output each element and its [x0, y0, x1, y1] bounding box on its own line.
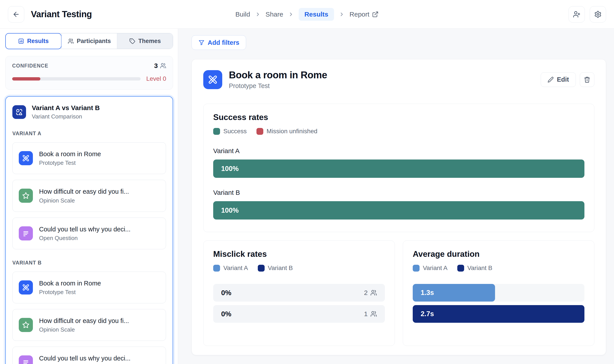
misclick-rates-panel: Misclick rates Variant A Variant B: [203, 240, 395, 346]
results-block-card: Book a room in Rome Prototype Test Edit …: [192, 59, 606, 355]
add-filters-button[interactable]: Add filters: [192, 35, 246, 50]
variant-a-success-track: 100%: [213, 159, 584, 178]
back-button[interactable]: [8, 6, 24, 23]
confidence-level: Level 0: [146, 75, 166, 82]
task-subtitle: Open Question: [39, 235, 131, 242]
user-plus-icon: [573, 11, 580, 18]
people-icon: [370, 289, 377, 296]
success-legend: Success Mission unfinished: [213, 128, 584, 135]
variant-b-success-bar: 100%: [213, 201, 584, 220]
average-duration-title: Average duration: [413, 249, 584, 259]
variant-b-duration-track: 2.7s: [413, 305, 584, 323]
misclick-row-variant-a: 0% 2: [213, 284, 385, 301]
variant-b-bar-label: Variant B: [213, 189, 584, 196]
confidence-count: 3: [154, 62, 158, 69]
confidence-card: CONFIDENCE 3 Level 0: [5, 56, 173, 90]
task-subtitle: Opinion Scale: [39, 326, 129, 333]
confidence-progress-fill: [12, 77, 40, 80]
misclick-legend: Variant A Variant B: [213, 264, 385, 272]
top-bar: Variant Testing Build Share Results Repo…: [0, 0, 614, 29]
tag-icon: [129, 38, 135, 44]
variant-a-legend-chip: [413, 265, 420, 272]
tab-participants-label: Participants: [77, 38, 111, 45]
task-subtitle: Prototype Test: [39, 159, 101, 166]
legend-label: Variant A: [223, 264, 248, 272]
misclick-rates-title: Misclick rates: [213, 249, 385, 259]
variant-b-success-value: 100%: [213, 207, 239, 214]
tab-themes[interactable]: Themes: [117, 33, 173, 49]
tab-results[interactable]: Results: [5, 33, 62, 49]
variant-b-duration-bar: 2.7s: [413, 305, 584, 323]
breadcrumb-build[interactable]: Build: [235, 11, 250, 18]
comparison-title: Variant A vs Variant B: [32, 104, 100, 112]
variant-b-legend-chip: [258, 265, 265, 272]
task-title: Could you tell us why you deci...: [39, 225, 131, 233]
chevron-right-icon: [255, 12, 261, 17]
variant-a-duration-value: 1.3s: [413, 289, 434, 297]
legend-label: Variant A: [423, 264, 448, 272]
breadcrumb-report[interactable]: Report: [350, 11, 379, 18]
legend-label: Variant B: [268, 264, 293, 272]
block-subtitle: Prototype Test: [229, 82, 327, 90]
breadcrumb-share[interactable]: Share: [266, 11, 283, 18]
misclick-row-variant-b: 0% 1: [213, 305, 385, 323]
task-subtitle: Opinion Scale: [39, 197, 129, 204]
chevron-right-icon: [339, 12, 345, 17]
success-rates-panel: Success rates Success Mission unfinished…: [203, 104, 594, 232]
settings-button[interactable]: [590, 6, 606, 23]
variant-b-legend-chip: [457, 265, 464, 272]
sidebar: Results Participants Themes CONFIDENCE 3: [0, 29, 178, 364]
variant-b-duration-value: 2.7s: [413, 310, 434, 318]
external-link-icon: [372, 11, 379, 18]
prototype-icon: [19, 280, 33, 295]
variant-a-success-bar: 100%: [213, 159, 584, 178]
delete-button[interactable]: [580, 72, 594, 87]
gear-icon: [594, 11, 602, 18]
misclick-value: 0%: [221, 289, 231, 297]
star-icon: [19, 189, 33, 203]
variant-a-section-label: VARIANT A: [12, 130, 166, 137]
variant-a-bar-label: Variant A: [213, 147, 584, 155]
task-item-a-opinion[interactable]: How difficult or easy did you fi... Opin…: [12, 180, 166, 212]
tab-themes-label: Themes: [138, 38, 161, 45]
add-filters-label: Add filters: [208, 39, 239, 46]
breadcrumb-results[interactable]: Results: [299, 8, 334, 21]
page-title: Variant Testing: [31, 9, 92, 19]
duration-legend: Variant A Variant B: [413, 264, 584, 272]
task-item-b-open-question[interactable]: Could you tell us why you deci... Open Q…: [12, 347, 166, 364]
variant-b-success-track: 100%: [213, 201, 584, 220]
trash-icon: [584, 76, 590, 83]
tab-results-label: Results: [27, 38, 49, 45]
misclick-value: 0%: [221, 310, 231, 318]
bar-chart-icon: [18, 38, 24, 44]
funnel-icon: [199, 39, 205, 46]
variant-a-duration-bar: 1.3s: [413, 284, 495, 301]
task-item-b-opinion[interactable]: How difficult or easy did you fi... Opin…: [12, 309, 166, 341]
variant-b-section-label: VARIANT B: [12, 260, 166, 266]
task-title: How difficult or easy did you fi...: [39, 187, 129, 195]
arrow-left-icon: [12, 11, 20, 18]
variant-a-success-value: 100%: [213, 165, 239, 173]
legend-label: Variant B: [467, 264, 492, 272]
star-icon: [19, 318, 33, 332]
block-title: Book a room in Rome: [229, 69, 327, 80]
task-item-b-prototype[interactable]: Book a room in Rome Prototype Test: [12, 272, 166, 303]
success-legend-chip: [213, 128, 220, 135]
edit-button-label: Edit: [557, 76, 569, 83]
sidebar-tabs: Results Participants Themes: [5, 33, 173, 49]
variant-comparison-card[interactable]: Variant A vs Variant B Variant Compariso…: [5, 96, 173, 364]
breadcrumb: Build Share Results Report: [235, 8, 378, 21]
task-item-a-prototype[interactable]: Book a room in Rome Prototype Test: [12, 142, 166, 174]
confidence-label: CONFIDENCE: [12, 63, 48, 69]
task-title: How difficult or easy did you fi...: [39, 317, 129, 325]
task-subtitle: Prototype Test: [39, 289, 101, 296]
tab-participants[interactable]: Participants: [61, 33, 117, 49]
task-item-a-open-question[interactable]: Could you tell us why you deci... Open Q…: [12, 218, 166, 249]
edit-button[interactable]: Edit: [541, 72, 576, 87]
participant-count: 2: [364, 289, 368, 297]
add-user-button[interactable]: [569, 6, 585, 23]
task-title: Book a room in Rome: [39, 279, 101, 287]
variant-a-legend-chip: [213, 265, 220, 272]
confidence-progress-track: [12, 77, 141, 80]
people-icon: [160, 63, 166, 69]
